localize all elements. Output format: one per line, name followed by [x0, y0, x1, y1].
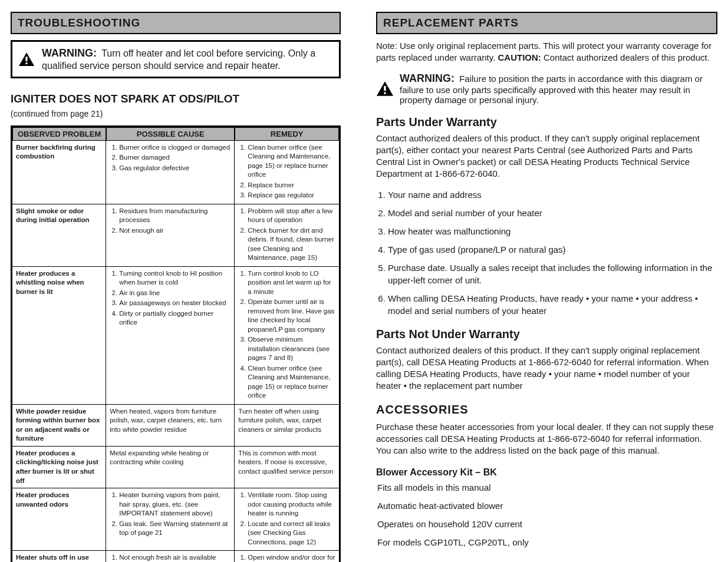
list-item: Type of gas used (propane/LP or natural … [388, 243, 717, 256]
svg-rect-0 [25, 57, 27, 61]
right-column: REPLACEMENT PARTS Note: Use only origina… [376, 12, 717, 562]
list-item: How heater was malfunctioning [388, 225, 717, 237]
cell-cause: Heater burning vapors from paint, hair s… [106, 488, 235, 551]
warning-icon [376, 81, 394, 97]
section-title-replacement: REPLACEMENT PARTS [376, 12, 717, 34]
parts-under-warranty-title: Parts Under Warranty [376, 115, 717, 129]
table-subnote: (continued from page 21) [11, 109, 341, 118]
warning-icon [18, 52, 35, 67]
parts-under-warranty-intro: Contact authorized dealers of this produ… [376, 133, 717, 180]
cell-remedy: Open window and/or door for ventilationC… [235, 551, 339, 562]
blower-bullets: Fits all models in this manualAutomatic … [376, 481, 717, 548]
cell-remedy: Turn heater off when using furniture pol… [235, 405, 339, 447]
cell-problem: Heater shuts off in use (ODS operates) [12, 551, 106, 562]
warranty-steps: Your name and addressModel and serial nu… [376, 189, 717, 317]
table-row: Burner backfiring during combustionBurne… [12, 141, 339, 204]
list-item: When calling DESA Heating Products, have… [388, 292, 717, 317]
cell-cause: When heated, vapors from furniture polis… [106, 405, 235, 447]
list-item: Purchase date. Usually a sales receipt t… [388, 262, 717, 286]
warning-box: WARNING: Turn off heater and let cool be… [11, 40, 341, 78]
table-row: Slight smoke or odor during initial oper… [12, 204, 339, 267]
cell-cause: Turning control knob to HI position when… [106, 267, 235, 405]
accessories-lead: Purchase these heater accessories from y… [376, 421, 717, 457]
cell-problem: Heater produces unwanted odors [12, 488, 106, 551]
warning-label: WARNING: [42, 47, 97, 59]
blower-kit-title: Blower Accessory Kit – BK [376, 467, 717, 478]
svg-rect-2 [384, 85, 386, 90]
cell-remedy: Turn control knob to LO position and let… [235, 267, 339, 405]
parts-not-under-warranty-text: Contact authorized dealers of this produ… [376, 345, 717, 392]
troubleshooting-table: OBSERVED PROBLEM POSSIBLE CAUSE REMEDY B… [11, 125, 341, 563]
table-row: Heater produces unwanted odorsHeater bur… [12, 488, 339, 551]
cell-problem: Heater produces a whistling noise when b… [12, 267, 106, 405]
list-item: Operates on household 120V current [377, 518, 717, 530]
cell-problem: White powder residue forming within burn… [12, 405, 106, 447]
table-row: Heater produces a whistling noise when b… [12, 267, 339, 405]
left-column: TROUBLESHOOTING WARNING: Turn off heater… [11, 12, 341, 562]
list-item: Fits all models in this manual [377, 481, 717, 494]
cell-cause: Metal expanding while heating or contrac… [106, 447, 235, 488]
list-item: For models CGP10TL, CGP20TL, only [377, 536, 717, 548]
cell-problem: Burner backfiring during combustion [12, 141, 106, 204]
cell-cause: Not enough fresh air is availableLow lin… [106, 551, 235, 562]
cell-problem: Slight smoke or odor during initial oper… [12, 204, 106, 267]
replacement-lead: Note: Use only original replacement part… [376, 40, 717, 64]
table-row: White powder residue forming within burn… [12, 405, 339, 447]
cell-cause: Burner orifice is clogged or damagedBurn… [106, 141, 235, 204]
cell-remedy: Problem will stop after a few hours of o… [235, 204, 339, 267]
th-remedy: REMEDY [235, 127, 339, 141]
th-problem: OBSERVED PROBLEM [12, 127, 106, 141]
cell-cause: Residues from manufacturing processesNot… [106, 204, 235, 267]
list-item: Automatic heat-activated blower [377, 500, 717, 512]
section-title-troubleshooting: TROUBLESHOOTING [11, 12, 341, 34]
table-heading: IGNITER DOES NOT SPARK AT ODS/PILOT [11, 92, 341, 105]
list-item: Your name and address [388, 189, 717, 201]
svg-point-3 [384, 92, 386, 94]
th-cause: POSSIBLE CAUSE [106, 127, 235, 141]
cell-remedy: Ventilate room. Stop using odor causing … [235, 488, 339, 551]
inline-warning: WARNING: Failure to position the parts i… [376, 72, 717, 105]
cell-remedy: This is common with most heaters. If noi… [235, 447, 339, 488]
table-row: Heater produces a clicking/ticking noise… [12, 447, 339, 488]
inline-warning-label: WARNING: [400, 72, 454, 84]
cell-remedy: Clean burner orifice (see Cleaning and M… [235, 141, 339, 204]
parts-not-under-warranty-title: Parts Not Under Warranty [376, 328, 717, 341]
list-item: Model and serial number of your heater [388, 207, 717, 219]
table-row: Heater shuts off in use (ODS operates)No… [12, 551, 339, 562]
svg-point-1 [25, 62, 28, 65]
cell-problem: Heater produces a clicking/ticking noise… [12, 447, 106, 488]
accessories-title: ACCESSORIES [376, 403, 717, 416]
